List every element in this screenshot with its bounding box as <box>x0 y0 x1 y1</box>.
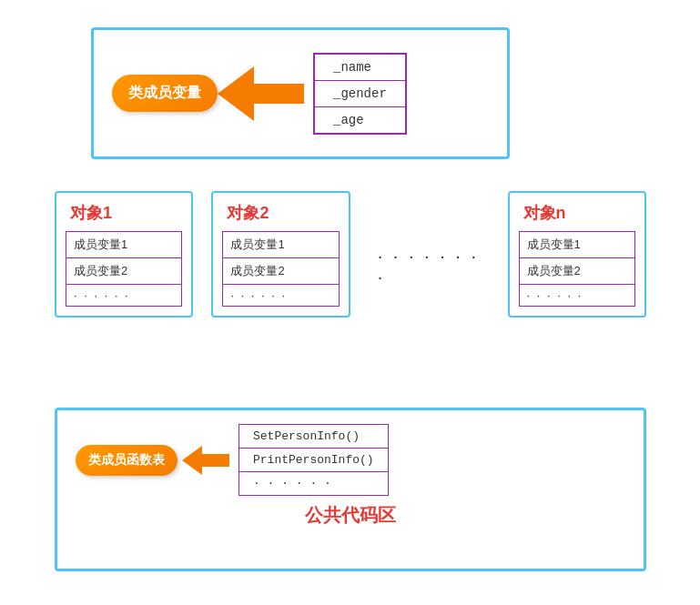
func-print: PrintPersonInfo() <box>239 449 388 472</box>
object-1-member-2: 成员变量2 <box>66 258 181 285</box>
object-1-member-1: 成员变量1 <box>66 232 181 258</box>
middle-section: 对象1 成员变量1 成员变量2 · · · · · · 对象2 成员变量1 成员… <box>55 191 646 318</box>
function-table: SetPersonInfo() PrintPersonInfo() · · · … <box>238 424 389 496</box>
object-2-table: 成员变量1 成员变量2 · · · · · · <box>222 231 339 307</box>
var-age: _age <box>315 107 405 133</box>
object-1-table: 成员变量1 成员变量2 · · · · · · <box>66 231 182 307</box>
class-member-func-label: 类成员函数表 <box>76 445 178 476</box>
objects-ellipsis: · · · · · · · · <box>369 246 490 287</box>
bottom-top-row: 类成员函数表 SetPersonInfo() PrintPersonInfo()… <box>76 424 625 496</box>
arrow-head <box>218 66 254 121</box>
var-gender: _gender <box>315 81 405 107</box>
var-name: _name <box>315 55 405 81</box>
class-member-var-label: 类成员变量 <box>112 75 218 112</box>
object-2-member-1: 成员变量1 <box>223 232 338 258</box>
object-n-member-1: 成员变量1 <box>520 232 634 258</box>
object-n-member-2: 成员变量2 <box>520 258 634 285</box>
object-2-title: 对象2 <box>222 202 339 224</box>
object-n-title: 对象n <box>519 202 635 224</box>
object-n-table: 成员变量1 成员变量2 · · · · · · <box>519 231 635 307</box>
object-1-title: 对象1 <box>66 202 182 224</box>
object-1-box: 对象1 成员变量1 成员变量2 · · · · · · <box>55 191 193 318</box>
object-1-dots: · · · · · · <box>66 285 181 306</box>
object-2-dots: · · · · · · <box>223 285 338 306</box>
object-n-box: 对象n 成员变量1 成员变量2 · · · · · · <box>508 191 646 318</box>
bottom-arrow <box>182 446 229 475</box>
object-2-box: 对象2 成员变量1 成员变量2 · · · · · · <box>211 191 350 318</box>
arrow-body <box>254 84 304 104</box>
arrow-left <box>218 66 304 121</box>
small-arrow-body <box>202 454 229 467</box>
top-section: 类成员变量 _name _gender _age <box>91 27 510 159</box>
variable-table: _name _gender _age <box>313 53 407 135</box>
small-arrow-head <box>182 446 202 475</box>
object-n-dots: · · · · · · <box>520 285 634 306</box>
bottom-section: 类成员函数表 SetPersonInfo() PrintPersonInfo()… <box>55 408 646 571</box>
object-2-member-2: 成员变量2 <box>223 258 338 285</box>
func-set: SetPersonInfo() <box>239 425 388 449</box>
public-code-label: 公共代码区 <box>76 503 625 528</box>
func-dots: · · · · · · <box>239 472 388 495</box>
